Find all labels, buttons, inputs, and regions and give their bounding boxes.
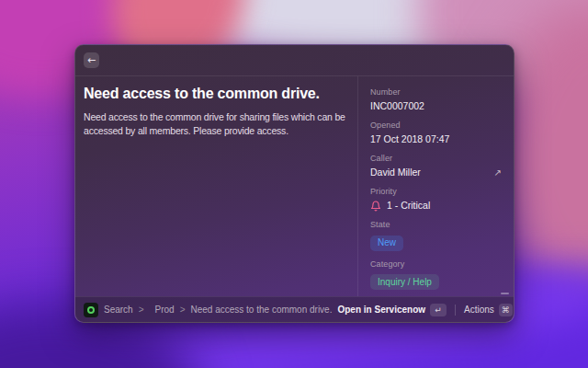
field-value: 17 Oct 2018 07:47: [370, 133, 502, 145]
field-label: Priority: [370, 187, 502, 196]
breadcrumb-app: Prod: [155, 305, 175, 315]
desktop: ← Need access to the common drive. Need …: [0, 0, 588, 368]
metadata-sidebar: Number INC0007002 Opened 17 Oct 2018 07:…: [357, 76, 514, 296]
incident-description-line: Need access to the common drive for shar…: [84, 110, 346, 124]
external-link-icon: ↗: [494, 167, 502, 178]
window-body: Need access to the common drive. Need ac…: [75, 75, 514, 296]
field-label: Caller: [370, 154, 502, 163]
field-number: Number INC0007002: [370, 87, 502, 112]
caller-link[interactable]: David Miller ↗: [370, 167, 502, 178]
actions-button[interactable]: Actions: [464, 305, 494, 315]
return-key-icon: ↵: [430, 304, 447, 316]
ring-icon: [87, 306, 95, 314]
field-priority: Priority 1 - Critical: [370, 187, 502, 212]
breadcrumb-separator: >: [139, 305, 144, 315]
field-label: State: [370, 220, 502, 229]
category-badge: Inquiry / Help: [370, 274, 439, 290]
priority-value: 1 - Critical: [370, 200, 502, 212]
incident-title: Need access to the common drive.: [84, 86, 346, 102]
back-arrow-icon: ←: [87, 54, 96, 66]
incident-detail-window: ← Need access to the common drive. Need …: [74, 44, 514, 323]
open-in-servicenow-button[interactable]: Open in Servicenow: [337, 305, 425, 315]
breadcrumb-current: Need access to the common drive.: [191, 305, 333, 315]
field-opened: Opened 17 Oct 2018 07:47: [370, 121, 502, 145]
servicenow-app-icon: [84, 303, 98, 317]
field-label: Number: [370, 87, 502, 97]
footer-divider: [455, 305, 456, 316]
footer-actions: Open in Servicenow ↵ Actions ⌘ K: [337, 304, 514, 316]
window-footer: Search > Prod > Need access to the commo…: [75, 296, 514, 322]
window-header: ←: [75, 45, 514, 75]
breadcrumb-root: Search: [104, 305, 133, 315]
field-value: David Miller: [370, 167, 494, 178]
incident-description-line: accessed by all members. Please provide …: [84, 124, 346, 138]
field-label: Opened: [370, 121, 502, 130]
field-label: Category: [370, 259, 502, 269]
state-badge: New: [370, 236, 403, 251]
back-button[interactable]: ←: [84, 52, 99, 68]
incident-main: Need access to the common drive. Need ac…: [75, 76, 357, 296]
field-value: INC0007002: [370, 100, 502, 112]
field-category: Category Inquiry / Help: [370, 259, 502, 291]
field-value: 1 - Critical: [387, 200, 430, 212]
scrollbar-thumb[interactable]: [501, 293, 509, 294]
breadcrumb-separator: >: [180, 305, 186, 315]
field-caller: Caller David Miller ↗: [370, 154, 502, 178]
field-state: State New: [370, 220, 502, 251]
bell-icon: [370, 201, 381, 212]
command-key-icon: ⌘: [499, 304, 513, 316]
